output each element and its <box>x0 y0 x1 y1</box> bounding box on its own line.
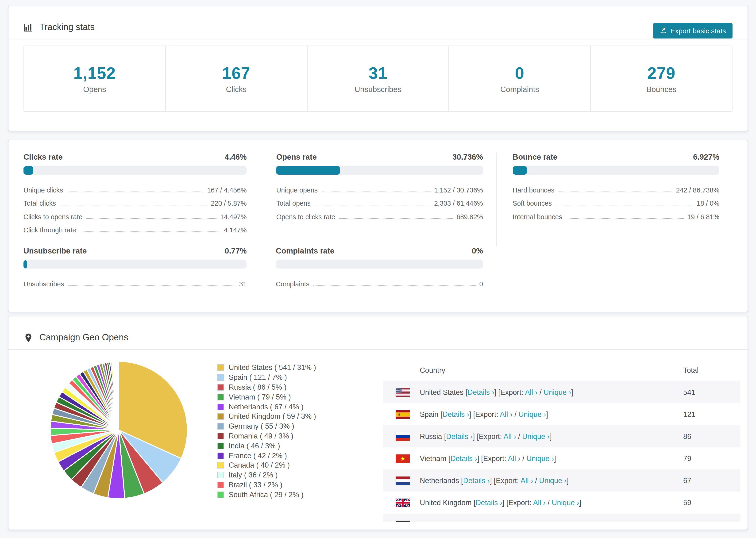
legend-item[interactable]: South Africa ( 29 / 2% ) <box>217 490 316 500</box>
legend-label: United Kingdom ( 59 / 3% ) <box>229 412 316 421</box>
summary-stat-label: Bounces <box>646 85 676 94</box>
rate-detail-row: Complaints0 <box>276 274 483 288</box>
rate-progress-bar <box>24 166 247 175</box>
rate-detail-label: Complaints <box>276 280 309 288</box>
country-cell: Spain [Details ›] [Export: All › / Uniqu… <box>420 410 683 418</box>
country-flag-nl <box>396 476 410 485</box>
rates-row-1: Clicks rate4.46%Unique clicks167 / 4.456… <box>24 153 732 246</box>
rate-value: 0.77% <box>225 246 247 255</box>
rate-value: 30.736% <box>453 153 483 161</box>
dotted-leader <box>556 205 693 205</box>
rate-value: 4.46% <box>225 153 247 161</box>
legend-item[interactable]: United Kingdom ( 59 / 3% ) <box>217 412 316 422</box>
summary-stat-label: Complaints <box>500 85 539 94</box>
country-column-header: Country <box>420 366 445 375</box>
country-name: Netherlands <box>420 476 461 484</box>
rate-header: Opens rate30.736% <box>276 153 483 161</box>
rate-detail-label: Click through rate <box>24 226 76 234</box>
country-total: 59 <box>683 498 740 507</box>
legend-label: Canada ( 40 / 2% ) <box>229 461 290 470</box>
geo-header-divider <box>9 349 747 350</box>
rate-title: Clicks rate <box>24 153 63 161</box>
legend-item[interactable]: Russia ( 86 / 5% ) <box>217 382 316 392</box>
legend-item[interactable]: Canada ( 40 / 2% ) <box>217 460 316 470</box>
rate-detail-rows: Unique clicks167 / 4.456%Total clicks220… <box>24 180 247 234</box>
export-all-link[interactable]: All › <box>520 476 533 484</box>
legend-item[interactable]: India ( 46 / 3% ) <box>217 441 316 451</box>
rate-title: Unsubscribe rate <box>24 246 87 255</box>
rate-detail-value: 4.147% <box>224 226 247 234</box>
legend-label: Italy ( 36 / 2% ) <box>229 471 278 479</box>
country-flag-ru <box>396 432 410 441</box>
pie-slice[interactable] <box>119 361 119 430</box>
dotted-leader <box>566 218 684 219</box>
legend-item[interactable]: Germany ( 55 / 3% ) <box>217 422 316 431</box>
geo-table-row: United States [Details ›] [Export: All ›… <box>383 381 740 403</box>
export-all-link[interactable]: All › <box>525 388 537 396</box>
rates-row-2: Unsubscribe rate0.77%Unsubscribes31Compl… <box>24 246 732 288</box>
export-basic-stats-button[interactable]: Export basic stats <box>653 23 732 38</box>
legend-item[interactable]: Vietnam ( 79 / 5% ) <box>217 392 316 402</box>
details-link[interactable]: Details › <box>450 454 477 462</box>
rate-progress-fill <box>276 166 340 175</box>
export-unique-link[interactable]: Unique › <box>522 432 550 440</box>
legend-item[interactable]: Romania ( 49 / 3% ) <box>217 431 316 441</box>
legend-swatch <box>217 452 224 459</box>
details-link[interactable]: Details › <box>476 498 503 506</box>
export-all-link[interactable]: All › <box>533 498 546 506</box>
export-all-link[interactable]: All › <box>504 432 516 440</box>
details-link[interactable]: Details › <box>463 476 490 484</box>
export-unique-link[interactable]: Unique › <box>552 498 579 506</box>
legend-item[interactable]: Italy ( 36 / 2% ) <box>217 470 316 480</box>
summary-stat-label: Opens <box>83 85 106 94</box>
export-button-label: Export basic stats <box>670 27 726 34</box>
rate-detail-label: Internal bounces <box>513 213 562 220</box>
legend-item[interactable]: Brazil ( 33 / 2% ) <box>217 480 316 490</box>
legend-swatch <box>217 364 224 371</box>
export-all-link[interactable]: All › <box>500 410 512 418</box>
legend-label: Romania ( 49 / 3% ) <box>229 432 294 440</box>
rate-block: Clicks rate4.46%Unique clicks167 / 4.456… <box>24 153 260 246</box>
legend-item[interactable]: France ( 42 / 2% ) <box>217 451 316 460</box>
legend-swatch <box>217 384 224 391</box>
geo-table-row: Vietnam [Details ›] [Export: All › / Uni… <box>383 447 740 469</box>
geo-pie-chart[interactable] <box>49 360 188 500</box>
geo-opens-card: Campaign Geo Opens United States ( 541 /… <box>8 316 748 530</box>
total-column-header: Total <box>683 366 740 375</box>
country-cell: United States [Details ›] [Export: All ›… <box>420 388 683 397</box>
dotted-leader <box>321 191 430 192</box>
country-flag-vn <box>396 454 410 463</box>
details-link[interactable]: Details › <box>443 410 469 418</box>
summary-stat-label: Clicks <box>226 85 246 94</box>
rate-detail-value: 2,303 / 61.446% <box>434 199 483 207</box>
country-flag-es <box>396 410 410 418</box>
summary-stat: 167Clicks <box>165 46 307 111</box>
export-unique-link[interactable]: Unique › <box>526 454 554 462</box>
export-unique-link[interactable]: Unique › <box>544 388 571 396</box>
export-unique-link[interactable]: Unique › <box>518 410 546 418</box>
country-name: Vietnam <box>420 454 449 462</box>
legend-swatch <box>217 423 224 430</box>
legend-item[interactable]: Netherlands ( 67 / 4% ) <box>217 402 316 412</box>
geo-table: Country Total United States [Details ›] … <box>383 360 740 521</box>
legend-item[interactable]: United States ( 541 / 31% ) <box>217 363 316 373</box>
legend-label: France ( 42 / 2% ) <box>229 452 287 460</box>
export-all-link[interactable]: All › <box>508 454 520 462</box>
legend-swatch <box>217 492 224 498</box>
legend-item[interactable]: Spain ( 121 / 7% ) <box>217 373 316 383</box>
rate-detail-label: Unique opens <box>276 186 318 194</box>
tracking-card-header: Tracking stats Export basic stats <box>9 6 747 39</box>
details-link[interactable]: Details › <box>446 432 473 440</box>
dotted-leader <box>339 218 453 219</box>
country-cell: Russia [Details ›] [Export: All › / Uniq… <box>420 432 683 441</box>
geo-title-group: Campaign Geo Opens <box>24 332 128 343</box>
rate-detail-row: Unique opens1,152 / 30.736% <box>276 180 483 194</box>
rate-title: Opens rate <box>276 153 317 161</box>
summary-stat: 0Complaints <box>449 46 590 111</box>
rate-value: 6.927% <box>693 153 719 161</box>
export-unique-link[interactable]: Unique › <box>539 476 567 484</box>
geo-table-row: United Kingdom [Details ›] [Export: All … <box>383 492 740 513</box>
details-link[interactable]: Details › <box>467 388 494 396</box>
summary-stat-value: 167 <box>222 64 250 82</box>
legend-swatch <box>217 404 224 410</box>
